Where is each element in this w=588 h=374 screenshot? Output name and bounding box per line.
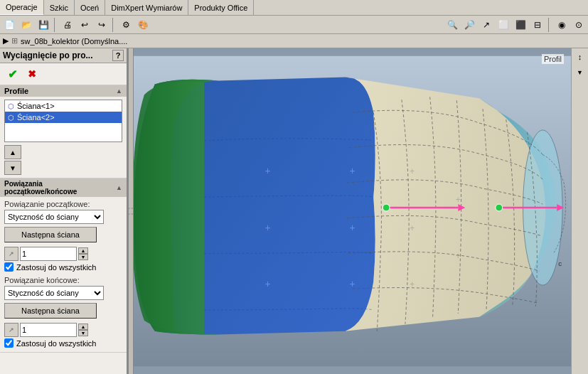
- sep1: [54, 18, 57, 32]
- feature-header: Wyciągnięcie po pro... ?: [0, 48, 127, 63]
- resize-handle[interactable]: ⋮⋮: [128, 48, 134, 374]
- menu-szkic[interactable]: Szkic: [44, 0, 75, 15]
- tb-undo[interactable]: ↩: [77, 17, 92, 33]
- tb-view1[interactable]: ⬜: [496, 17, 511, 33]
- tb-materials[interactable]: 🎨: [135, 17, 151, 33]
- profil-label: Profil: [542, 54, 564, 64]
- svg-text:+: +: [410, 279, 415, 289]
- svg-text:+: +: [264, 222, 270, 233]
- title-icon: ▶: [3, 36, 9, 46]
- tb-redo[interactable]: ↪: [94, 17, 109, 33]
- move-up-button[interactable]: ▲: [4, 145, 21, 159]
- svg-text:+: +: [349, 165, 355, 176]
- title-icon2: ⊞: [11, 36, 18, 46]
- next-start-wall-button[interactable]: Następna ściana: [4, 227, 97, 242]
- end-spin: ▲ ▼: [78, 324, 88, 336]
- tb-zoom-fit[interactable]: 🔍: [444, 17, 460, 33]
- profile-item-1-icon: ⬡: [8, 102, 14, 110]
- start-value-input[interactable]: [20, 247, 77, 261]
- start-angle-icon[interactable]: ↗: [4, 247, 18, 261]
- tb-save[interactable]: 💾: [36, 17, 51, 33]
- toolbar-row: 📄 📂 💾 🖨 ↩ ↪ ⚙ 🎨 🔍 🔎 ↗ ⬜ ⬛ ⊟ ◉ ⊙: [0, 16, 588, 34]
- menu-operacje[interactable]: Operacje: [0, 0, 44, 15]
- svg-text:+: +: [264, 165, 270, 176]
- end-checkbox[interactable]: [4, 338, 14, 348]
- end-spin-down[interactable]: ▼: [78, 330, 88, 336]
- svg-point-17: [383, 204, 390, 211]
- viewport[interactable]: + + + + + + + + + + + c: [134, 48, 571, 374]
- doc-title: sw_08b_kolektor (Domyślna....: [21, 37, 127, 46]
- connections-section: Powiązania początkowe/końcowe ▲ Powiązan…: [0, 178, 127, 353]
- start-spin-down[interactable]: ▼: [78, 254, 88, 260]
- svg-text:+: +: [264, 278, 270, 289]
- next-end-wall-button[interactable]: Następna ściana: [4, 303, 97, 319]
- svg-text:+: +: [456, 195, 461, 205]
- svg-text:c: c: [558, 260, 562, 267]
- tb-new[interactable]: 📄: [1, 17, 17, 33]
- start-checkbox[interactable]: [4, 262, 14, 272]
- tb-rotate[interactable]: ↗: [479, 17, 494, 33]
- profile-item-2-icon: ⬡: [8, 114, 14, 122]
- help-button[interactable]: ?: [112, 50, 124, 61]
- sep2: [112, 18, 115, 32]
- profile-section-label: Profile: [4, 87, 28, 95]
- sep3: [548, 18, 551, 32]
- svg-text:+: +: [410, 223, 415, 233]
- profile-section-header[interactable]: Profile ▲: [0, 85, 127, 97]
- menu-bar: Operacje Szkic Oceń DimXpert Wymiarów Pr…: [0, 0, 588, 16]
- tb-display2[interactable]: ⊙: [571, 17, 587, 33]
- tb-view2[interactable]: ⬛: [513, 17, 528, 33]
- tb-zoom-in[interactable]: 🔎: [461, 17, 477, 33]
- tb-options[interactable]: ⚙: [118, 17, 134, 33]
- connections-label: Powiązania początkowe/końcowe: [4, 180, 116, 196]
- menu-ocen[interactable]: Oceń: [75, 0, 105, 15]
- main-content: Wyciągnięcie po pro... ? ✔ ✖ Profile ▲ ⬡: [0, 48, 588, 374]
- move-down-button[interactable]: ▼: [4, 161, 21, 175]
- tb-display1[interactable]: ◉: [554, 17, 570, 33]
- end-value-input[interactable]: [20, 323, 77, 337]
- action-buttons: ✔ ✖: [0, 63, 127, 85]
- end-checkbox-label: Zastosuj do wszystkich: [16, 339, 96, 348]
- svg-point-18: [496, 204, 503, 211]
- svg-text:+: +: [349, 222, 355, 233]
- start-label: Powiązanie początkowe:: [4, 200, 122, 208]
- model-svg: + + + + + + + + + + + c: [134, 48, 571, 374]
- profile-item-2-label: Ściana<2>: [17, 113, 55, 122]
- right-toolbar: ↕ ▼: [571, 48, 588, 374]
- ok-button[interactable]: ✔: [4, 66, 20, 82]
- title-area: ▶ ⊞ sw_08b_kolektor (Domyślna....: [0, 34, 588, 48]
- start-check-row: Zastosuj do wszystkich: [4, 262, 122, 272]
- end-spin-up[interactable]: ▲: [78, 324, 88, 330]
- feature-title: Wyciągnięcie po pro...: [3, 50, 92, 60]
- start-spin-up[interactable]: ▲: [78, 247, 88, 254]
- profile-list: ⬡ Ściana<1> ⬡ Ściana<2>: [4, 100, 122, 142]
- cancel-button[interactable]: ✖: [24, 66, 40, 82]
- end-label: Powiązanie końcowe:: [4, 276, 122, 284]
- rt-btn-1[interactable]: ↕: [573, 50, 587, 64]
- tb-open[interactable]: 📂: [18, 17, 34, 33]
- left-panel: Wyciągnięcie po pro... ? ✔ ✖ Profile ▲ ⬡: [0, 48, 128, 374]
- profile-item-1-label: Ściana<1>: [17, 102, 55, 110]
- svg-text:+: +: [456, 251, 461, 261]
- profile-section: Profile ▲ ⬡ Ściana<1> ⬡ Ściana<2>: [0, 85, 127, 178]
- profile-section-content: ⬡ Ściana<1> ⬡ Ściana<2> ▲ ▼: [0, 97, 127, 178]
- tb-print[interactable]: 🖨: [60, 17, 75, 33]
- connections-section-header[interactable]: Powiązania początkowe/końcowe ▲: [0, 178, 127, 197]
- menu-dimxpert[interactable]: DimXpert Wymiarów: [105, 0, 188, 15]
- end-num-row: ↗ ▲ ▼: [4, 323, 122, 337]
- rt-btn-2[interactable]: ▼: [573, 65, 587, 80]
- end-check-row: Zastosuj do wszystkich: [4, 338, 122, 348]
- end-angle-icon[interactable]: ↗: [4, 323, 18, 337]
- updown-buttons: ▲ ▼: [4, 145, 122, 175]
- connections-section-content: Powiązanie początkowe: Styczność do ścia…: [0, 197, 127, 352]
- menu-produkty[interactable]: Produkty Office: [188, 0, 254, 15]
- connections-collapse-icon: ▲: [116, 184, 122, 191]
- tb-section[interactable]: ⊟: [530, 17, 545, 33]
- end-select[interactable]: Styczność do ściany Brak Prostopadle do …: [4, 286, 104, 300]
- profile-item-1[interactable]: ⬡ Ściana<1>: [5, 100, 122, 112]
- start-num-row: ↗ ▲ ▼: [4, 247, 122, 261]
- profile-collapse-icon: ▲: [116, 87, 122, 95]
- profile-item-2[interactable]: ⬡ Ściana<2>: [5, 112, 122, 123]
- start-spin: ▲ ▼: [78, 247, 88, 260]
- start-select[interactable]: Styczność do ściany Brak Prostopadle do …: [4, 210, 104, 224]
